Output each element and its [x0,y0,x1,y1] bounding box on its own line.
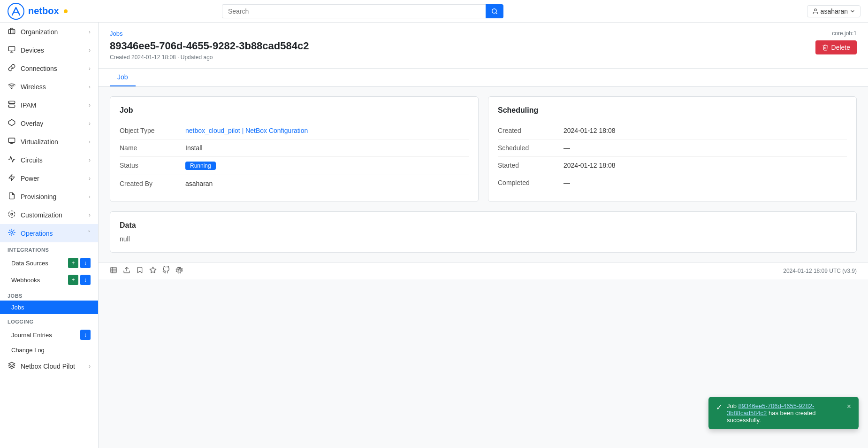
header-right: core.job:1 Delete [815,30,857,54]
sidebar-item-organization[interactable]: Organization › [0,23,98,41]
sched-created-value: 2024-01-12 18:08 [563,122,847,139]
user-menu[interactable]: asaharan [807,5,860,17]
search-container [222,4,503,18]
customization-icon [8,210,16,219]
power-icon [8,174,16,183]
sidebar-item-journal-entries[interactable]: Journal Entries ↓ [0,326,98,343]
journal-entries-download-btn[interactable]: ↓ [80,330,91,340]
sidebar-item-provisioning[interactable]: Provisioning › [0,187,98,206]
delete-label: Delete [831,44,850,51]
table-icon[interactable] [110,266,117,276]
sidebar-item-overlay[interactable]: Overlay › [0,114,98,132]
sidebar-item-ipam[interactable]: IPAM › [0,96,98,114]
scheduling-detail-table: Created 2024-01-12 18:08 Scheduled — Sta… [498,122,847,191]
sidebar-item-power[interactable]: Power › [0,169,98,187]
ipam-icon [8,100,16,109]
breadcrumb[interactable]: Jobs [110,30,309,37]
core-label: core.job:1 [832,30,857,37]
chevron-down-icon: ˅ [88,230,91,237]
footer-version: (v3.9) [842,268,857,274]
svg-rect-5 [8,46,15,51]
sched-created-label: Created [498,122,563,139]
object-type-row: Object Type netbox_cloud_pilot | NetBox … [120,122,469,139]
sidebar-item-data-sources[interactable]: Data Sources + ↓ [0,255,98,271]
sidebar-label-power: Power [21,175,39,182]
svg-rect-19 [111,267,116,273]
sched-started-label: Started [498,157,563,174]
chevron-icon: › [89,139,91,145]
sched-started-value: 2024-01-12 18:08 [563,157,847,174]
data-sources-download-btn[interactable]: ↓ [80,258,91,268]
content-body: Job Object Type netbox_cloud_pilot | Net… [99,87,868,262]
logo-dot [64,9,68,13]
sidebar-item-change-log[interactable]: Change Log [0,343,98,357]
svg-rect-4 [8,30,15,34]
chevron-icon: › [89,65,91,72]
data-sources-add-btn[interactable]: + [68,258,78,268]
created-by-value: asaharan [185,175,469,193]
tabs-bar: Job [99,69,868,87]
journal-entries-label: Journal Entries [11,332,52,339]
netbox-cloud-pilot-icon [8,362,16,371]
sidebar: Organization › Devices › Connections › [0,23,99,448]
sidebar-item-netbox-cloud-pilot[interactable]: Netbox Cloud Pilot › [0,357,98,375]
footer-toolbar: 2024-01-12 18:09 UTC (v3.9) [99,262,868,279]
sidebar-item-customization[interactable]: Customization › [0,206,98,224]
slack-icon[interactable] [175,266,183,276]
data-card: Data null [110,211,857,253]
tab-job[interactable]: Job [110,69,136,86]
virtualization-icon [8,137,16,146]
main-content: Jobs 89346ee5-706d-4655-9282-3b88cad584c… [99,23,868,448]
scheduling-card-heading: Scheduling [498,106,847,115]
webhooks-download-btn[interactable]: ↓ [80,275,91,285]
footer-time: 2024-01-12 18:09 UTC [783,268,841,274]
sidebar-item-devices[interactable]: Devices › [0,41,98,59]
sidebar-item-circuits[interactable]: Circuits › [0,151,98,169]
sidebar-item-webhooks[interactable]: Webhooks + ↓ [0,271,98,288]
circuits-icon [8,155,16,164]
connections-icon [8,64,16,73]
search-input[interactable] [222,4,486,18]
chevron-icon: › [89,29,91,35]
sidebar-item-connections[interactable]: Connections › [0,59,98,77]
search-button[interactable] [486,4,503,18]
webhooks-add-btn[interactable]: + [68,275,78,285]
sidebar-label-virtualization: Virtualization [21,138,58,146]
chevron-icon: › [89,363,91,370]
toast-message: Job 89346ee5-706d-4655-9282-3b88cad584c2… [727,402,842,424]
sidebar-item-wireless[interactable]: Wireless › [0,77,98,96]
content-header: Jobs 89346ee5-706d-4655-9282-3b88cad584c… [99,23,868,69]
chevron-icon: › [89,157,91,163]
toast-close-button[interactable]: × [847,402,851,411]
header-top-row: Jobs 89346ee5-706d-4655-9282-3b88cad584c… [110,30,857,61]
footer-timestamp: 2024-01-12 18:09 UTC (v3.9) [783,268,857,274]
star-icon[interactable] [149,266,157,276]
status-label: Status [120,157,185,175]
sidebar-item-virtualization[interactable]: Virtualization › [0,132,98,151]
journal-entries-actions: ↓ [80,330,91,340]
delete-button[interactable]: Delete [815,40,857,54]
svg-rect-14 [8,138,15,142]
logo[interactable]: netbox [8,3,68,20]
data-sources-label: Data Sources [11,260,48,267]
jobs-label: Jobs [11,304,24,311]
data-card-content: null [120,235,847,243]
top-navbar: netbox asaharan [0,0,868,23]
upload-icon[interactable] [123,266,130,276]
svg-marker-24 [150,267,156,273]
github-icon[interactable] [162,266,170,276]
trash-icon [822,44,829,51]
webhooks-label: Webhooks [11,277,40,284]
sidebar-item-operations[interactable]: Operations ˅ [0,224,98,242]
svg-point-18 [11,232,13,233]
bookmark-icon[interactable] [136,266,144,276]
object-type-value[interactable]: netbox_cloud_pilot | NetBox Configuratio… [185,127,308,134]
operations-icon [8,229,16,238]
sidebar-item-jobs[interactable]: Jobs [0,301,98,314]
job-detail-table: Object Type netbox_cloud_pilot | NetBox … [120,122,469,192]
wireless-icon [8,82,16,91]
sched-started-row: Started 2024-01-12 18:08 [498,157,847,174]
svg-point-0 [8,3,24,19]
name-value: Install [185,139,469,157]
object-type-label: Object Type [120,122,185,139]
